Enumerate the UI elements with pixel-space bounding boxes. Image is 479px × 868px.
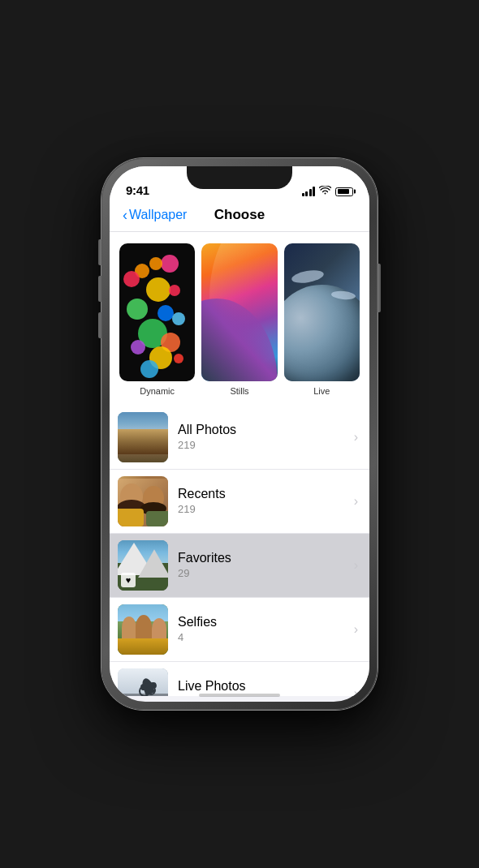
chevron-right-icon: ›: [354, 558, 358, 573]
recents-count: 219: [178, 503, 344, 515]
wallpaper-types-section: Dynamic Stills: [110, 232, 369, 406]
favorites-count: 29: [178, 567, 344, 579]
list-item[interactable]: ♥ Favorites 29 ›: [110, 534, 369, 598]
content-area: Dynamic Stills: [110, 232, 369, 696]
selfies-title: Selfies: [178, 615, 344, 630]
dynamic-thumbnail: [119, 243, 195, 381]
chevron-right-icon: ›: [354, 494, 358, 509]
wallpaper-grid: Dynamic Stills: [119, 243, 360, 396]
favorites-text: Favorites 29: [178, 551, 344, 579]
wallpaper-type-live[interactable]: Live: [284, 243, 360, 396]
stills-thumbnail: [201, 243, 277, 381]
home-indicator: [199, 694, 280, 697]
back-button[interactable]: ‹ Wallpaper: [123, 208, 187, 222]
wallpaper-type-dynamic[interactable]: Dynamic: [119, 243, 195, 396]
nav-title: Choose: [214, 207, 265, 223]
list-item[interactable]: Live Photos 3 ›: [110, 662, 369, 696]
live-photos-thumbnail: [118, 668, 168, 696]
live-thumbnail: [284, 243, 360, 381]
signal-icon: [302, 187, 316, 196]
wifi-icon: [319, 186, 331, 197]
list-item[interactable]: Recents 219 ›: [110, 470, 369, 534]
back-chevron-icon: ‹: [123, 208, 127, 222]
selfies-text: Selfies 4: [178, 615, 344, 643]
all-photos-count: 219: [178, 439, 344, 451]
chevron-right-icon: ›: [354, 686, 358, 696]
back-label: Wallpaper: [129, 208, 187, 222]
all-photos-title: All Photos: [178, 423, 344, 437]
albums-list: All Photos 219 ›: [110, 406, 369, 696]
chevron-right-icon: ›: [354, 430, 358, 445]
list-item[interactable]: All Photos 219 ›: [110, 406, 369, 470]
stills-label: Stills: [230, 386, 248, 396]
list-item[interactable]: Selfies 4 ›: [110, 598, 369, 662]
selfies-count: 4: [178, 631, 344, 643]
phone-outer: 9:41: [101, 158, 378, 710]
favorites-title: Favorites: [178, 551, 344, 565]
status-time: 9:41: [126, 183, 149, 197]
selfies-thumbnail: [118, 604, 168, 655]
recents-thumbnail: [118, 476, 168, 526]
battery-icon: [335, 187, 353, 196]
all-photos-thumbnail: [118, 412, 168, 462]
live-label: Live: [313, 386, 330, 396]
live-photos-title: Live Photos: [178, 679, 344, 694]
nav-bar: ‹ Wallpaper Choose: [110, 202, 369, 232]
favorites-thumbnail: ♥: [118, 540, 168, 591]
wallpaper-type-stills[interactable]: Stills: [201, 243, 277, 396]
notch: [187, 166, 292, 189]
all-photos-text: All Photos 219: [178, 423, 344, 451]
recents-title: Recents: [178, 487, 344, 501]
status-icons: [302, 186, 354, 197]
heart-icon: ♥: [121, 573, 136, 587]
phone-screen: 9:41: [110, 166, 369, 702]
dynamic-label: Dynamic: [140, 386, 175, 396]
chevron-right-icon: ›: [354, 622, 358, 637]
recents-text: Recents 219: [178, 487, 344, 515]
